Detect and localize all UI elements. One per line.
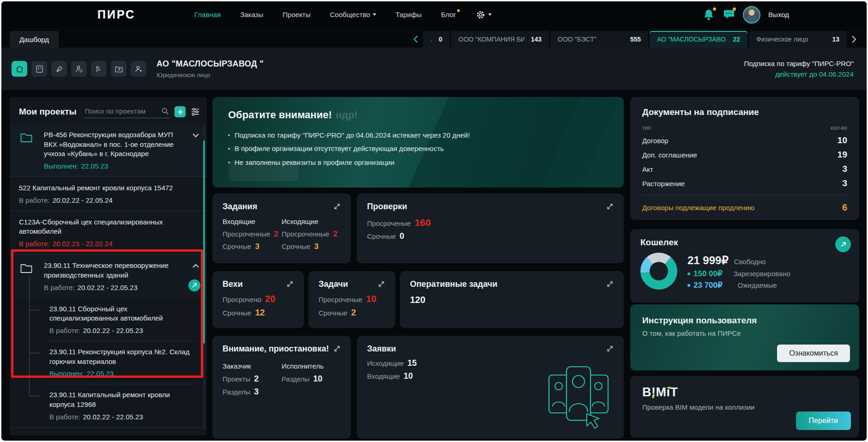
- toolbar-structure-button[interactable]: [91, 61, 107, 77]
- tab-dashboard[interactable]: Дашборд: [10, 31, 59, 48]
- chevron-up-icon[interactable]: [192, 264, 199, 268]
- notice-item: В профиле организации отсутствует действ…: [228, 142, 608, 155]
- expand-icon[interactable]: [606, 203, 614, 210]
- nav-item-tariffs[interactable]: Тарифы: [396, 11, 422, 18]
- tab-company-best[interactable]: ООО "БЭСТ" 555: [550, 31, 648, 48]
- child-project-assembly[interactable]: 23.90.11 Сборочный цех специализированны…: [10, 298, 207, 341]
- tab-individual[interactable]: Физическое лицо 13: [749, 31, 847, 48]
- toolbar-shared-folder-button[interactable]: [111, 61, 127, 77]
- messages-button[interactable]: [723, 9, 735, 21]
- tabs-scroll-right[interactable]: [848, 31, 860, 48]
- chevron-down-icon[interactable]: [192, 133, 199, 138]
- card-suspension: Внимание, приостановка! Заказчик Проекты…: [212, 336, 351, 439]
- chevron-right-icon: [851, 35, 857, 43]
- filter-button[interactable]: [190, 107, 200, 116]
- card-user-instruction: Инструкция пользователя О том, как работ…: [630, 304, 859, 370]
- toolbar-home-button[interactable]: [12, 61, 27, 77]
- dashboard-main: дашборде в настройках организации Обрати…: [212, 97, 624, 439]
- expand-icon[interactable]: [286, 280, 294, 288]
- notifications-button[interactable]: [703, 9, 715, 21]
- toolbar-pen-button[interactable]: [51, 61, 67, 77]
- add-project-button[interactable]: [175, 106, 186, 117]
- card-title: Задачи: [319, 279, 348, 289]
- card-title: Инструкция пользователя: [642, 315, 847, 326]
- expand-icon[interactable]: [378, 280, 385, 288]
- card-title: Задания: [223, 202, 257, 212]
- notice-title: Обратите внимание!ндр!: [228, 109, 608, 121]
- tab-company-bi[interactable]: ООО "КОМПАНИЯ БИ... 143: [451, 31, 549, 48]
- nav-item-community[interactable]: Сообщество: [330, 11, 376, 18]
- bimit-go-button[interactable]: Перейти: [796, 412, 851, 430]
- tabs-scroll-left[interactable]: [410, 31, 422, 48]
- expand-icon[interactable]: [606, 345, 614, 352]
- notice-item: Не заполнены реквизиты в профиле организ…: [228, 156, 608, 169]
- card-requests: Заявки Исходящие15 Входящие10: [357, 336, 624, 439]
- home-icon: [15, 65, 24, 73]
- expand-icon[interactable]: [333, 203, 341, 210]
- logo-dot: [652, 396, 654, 398]
- logo-dot: [669, 387, 671, 389]
- expand-icon[interactable]: [333, 345, 341, 352]
- card-wallet: Кошелек 21 999₽Свободно 150 00₽Зарезерви…: [630, 229, 859, 303]
- child-project-warehouse[interactable]: 23.90.11 Реконструкция корпуса №2. Склад…: [10, 341, 207, 384]
- doc-row: Расторжение3: [642, 178, 847, 188]
- company-title: АО "МАСЛОСЫРЗАВОД ": [157, 59, 264, 69]
- card-title: Проверки: [367, 202, 407, 212]
- notice-list: Подписка по тарифу "ПИРС-PRO" до 04.06.2…: [228, 128, 608, 169]
- nav-item-blog[interactable]: Блог: [441, 11, 456, 18]
- pirs-logo[interactable]: ПИРС: [97, 7, 135, 21]
- child-project-roof[interactable]: 23.90.11 Капитальный ремонт кровли корпу…: [10, 384, 207, 427]
- wallet-reserved-row: 150 00₽Зарезервировано: [687, 269, 790, 279]
- project-item-rv456[interactable]: РВ-456 Реконструкция водозабора МУП ВКХ …: [10, 124, 207, 176]
- wallet-expected-row: 23 700₽Ожидаемые: [687, 280, 790, 290]
- gear-icon: [476, 10, 486, 20]
- notice-banner: дашборде в настройках организации Обрати…: [212, 97, 624, 188]
- bimit-logo: B!MiT: [642, 385, 678, 400]
- main-menu: Главная Заказы Проекты Сообщество Тарифы…: [194, 10, 492, 20]
- nav-item-projects[interactable]: Проекты: [283, 11, 310, 18]
- expand-icon[interactable]: [606, 280, 614, 288]
- wallet-open-button[interactable]: [835, 236, 851, 252]
- wallet-free-row: 21 999₽Свободно: [687, 254, 790, 267]
- right-column: Документы на подписание тип кол-во Догов…: [630, 97, 859, 437]
- card-milestones: Вехи Просрочено20 Срочные12: [212, 271, 304, 328]
- projects-sidebar: Мои проекты РВ-456 Реконструкция водозаб…: [10, 97, 207, 436]
- user-avatar[interactable]: [743, 6, 760, 24]
- renewal-row[interactable]: Договоры подлежащие продлению 6: [642, 202, 847, 213]
- project-list: РВ-456 Реконструкция водозабора МУП ВКХ …: [10, 124, 207, 436]
- chevron-left-icon: [413, 35, 418, 43]
- toolbar-board-button[interactable]: [31, 61, 47, 77]
- notice-item: Подписка по тарифу "ПИРС-PRO" до 04.06.2…: [228, 128, 608, 142]
- project-item-239011-group[interactable]: 23.90.11 Техническое перевооружение прои…: [10, 254, 207, 297]
- doc-row: Доп. соглашение19: [642, 150, 847, 160]
- card-title: Документы на подписание: [642, 107, 847, 117]
- folder-share-icon: [115, 65, 123, 73]
- instruction-read-button[interactable]: Ознакомиться: [777, 345, 850, 362]
- card-operational-tasks: Оперативные задачи 120: [400, 271, 624, 328]
- tab-company-maslosyrzavod[interactable]: АО "МАСЛОСЫРЗАВО... 22: [650, 31, 747, 48]
- settings-gear-menu[interactable]: [476, 10, 492, 20]
- subscription-text: Подписка по тарифу "ПИРС-PRO": [744, 60, 854, 67]
- scrollbar-thumb[interactable]: [203, 140, 205, 344]
- project-search: [84, 105, 170, 118]
- context-toolbar: [12, 61, 146, 77]
- project-item-522[interactable]: 522 Капитальный ремонт кровли корпуса 15…: [10, 176, 207, 211]
- arrow-up-right-icon: [840, 242, 846, 248]
- search-input[interactable]: [84, 105, 170, 118]
- bell-icon: [703, 9, 714, 21]
- doc-row: Акт3: [642, 164, 847, 174]
- logout-button[interactable]: Выход: [768, 11, 789, 18]
- user-gear-icon: [75, 65, 84, 73]
- nav-item-home[interactable]: Главная: [194, 11, 221, 18]
- toolbar-contacts-button[interactable]: [131, 61, 146, 77]
- structure-list-icon: [95, 65, 103, 73]
- project-item-vodozabor[interactable]: Реконструкция водозабора МУП ВКХ «Водока…: [10, 427, 207, 436]
- project-item-s123a[interactable]: С123А-Сборочный цех специализированных а…: [10, 211, 207, 254]
- open-project-button[interactable]: [188, 279, 200, 291]
- search-icon: [161, 107, 169, 115]
- toolbar-user-settings-button[interactable]: [71, 61, 87, 77]
- notification-dot: [733, 7, 736, 11]
- tab-company-collapsed[interactable]: ... 0: [423, 31, 450, 48]
- nav-item-orders[interactable]: Заказы: [240, 11, 263, 18]
- bimit-subtitle: Проверка BIM модели на коллизии: [642, 403, 847, 411]
